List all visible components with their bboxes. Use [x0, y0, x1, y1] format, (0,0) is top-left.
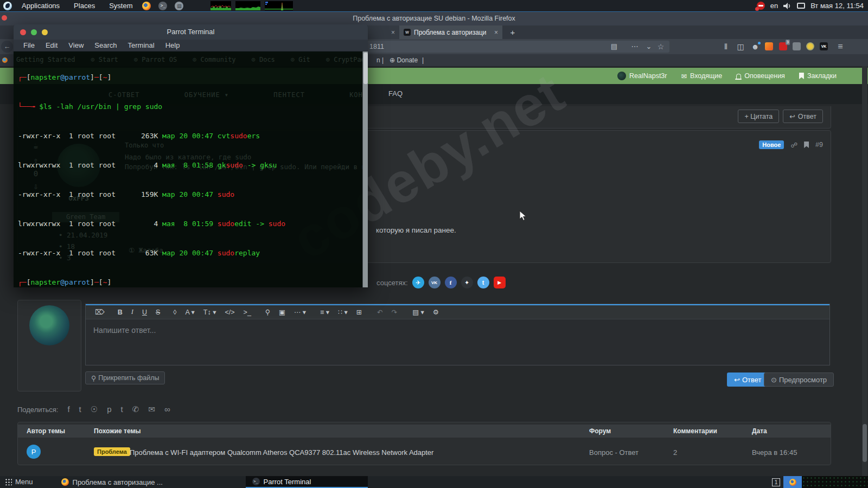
- share-whatsapp-icon[interactable]: ✆: [132, 404, 139, 414]
- active-tab[interactable]: w Проблема с авторизаци ×: [399, 25, 502, 39]
- terminal-scrollbar-thumb[interactable]: [363, 53, 368, 84]
- undo-icon[interactable]: ↶: [373, 308, 386, 316]
- terminal-menu-file[interactable]: File: [18, 41, 40, 49]
- menu-applications[interactable]: Applications: [20, 2, 62, 10]
- volume-icon[interactable]: [783, 2, 792, 10]
- italic-icon[interactable]: I: [127, 308, 137, 316]
- underline-icon[interactable]: U: [138, 309, 151, 316]
- more-options-icon[interactable]: ⋯ ▾: [290, 308, 310, 316]
- terminal-scrollbar[interactable]: [362, 52, 368, 287]
- bookmarks-link[interactable]: Закладки: [799, 72, 837, 80]
- workspace-switcher[interactable]: 1: [772, 478, 780, 486]
- alerts-link[interactable]: Оповещения: [736, 72, 785, 80]
- updates-icon[interactable]: [757, 2, 765, 10]
- nav-faq[interactable]: FAQ: [388, 89, 403, 98]
- terminal-body[interactable]: Getting Started ⊙ Start ⊙ Parrot OS ⊙ Co…: [14, 52, 368, 287]
- terminal-minimize-button[interactable]: [42, 29, 48, 35]
- share-post-icon[interactable]: ☍: [790, 141, 797, 149]
- vk-icon[interactable]: VK: [429, 277, 441, 288]
- code-icon[interactable]: </>: [221, 309, 239, 316]
- remove-format-icon[interactable]: ⌦: [91, 308, 108, 316]
- terminal-menu-terminal[interactable]: Terminal: [123, 41, 160, 49]
- table-row[interactable]: P Проблема Проблема с WI-FI адаптером Qu…: [18, 438, 831, 465]
- link-icon[interactable]: ⚲: [261, 308, 274, 316]
- bookmark-star-icon[interactable]: ☆: [655, 41, 666, 53]
- strikethrough-icon[interactable]: S: [152, 309, 164, 316]
- row-forum[interactable]: Вопрос - Ответ: [589, 448, 639, 457]
- redo-icon[interactable]: ↷: [388, 308, 401, 316]
- keyboard-layout[interactable]: en: [770, 2, 778, 10]
- share-facebook-icon[interactable]: f: [67, 404, 69, 414]
- settings-icon[interactable]: ⚙: [429, 308, 443, 316]
- share-pinterest-icon[interactable]: p: [107, 404, 111, 414]
- window-preview-firefox[interactable]: [783, 476, 802, 488]
- font-family-icon[interactable]: A ▾: [181, 308, 198, 316]
- image-icon[interactable]: ▣: [275, 308, 289, 316]
- reply-button[interactable]: ↩ Ответ: [783, 110, 823, 123]
- facebook-icon[interactable]: f: [445, 277, 457, 288]
- share-twitter-icon[interactable]: t: [79, 404, 81, 414]
- submit-reply-button[interactable]: ↩ Ответ: [727, 373, 769, 387]
- extension-grey-icon[interactable]: [793, 42, 801, 50]
- vk-extension-icon[interactable]: VK: [820, 42, 828, 50]
- post-number[interactable]: #9: [815, 141, 823, 149]
- hamburger-menu-icon[interactable]: ≡: [834, 41, 846, 53]
- taskbar-menu[interactable]: Menu: [15, 476, 33, 488]
- inline-code-icon[interactable]: >_: [240, 309, 255, 316]
- reply-textarea[interactable]: Напишите ответ...: [86, 319, 829, 364]
- background-tab[interactable]: ×: [368, 25, 399, 39]
- app-grid-icon[interactable]: [5, 478, 12, 485]
- user-menu[interactable]: RealNapst3r: [617, 72, 667, 80]
- drafts-icon[interactable]: ▤ ▾: [409, 308, 428, 316]
- menu-places[interactable]: Places: [72, 2, 97, 10]
- terminal-menu-help[interactable]: Help: [160, 41, 186, 49]
- clock[interactable]: Вт мая 12, 11:54: [810, 2, 864, 10]
- terminal-menu-search[interactable]: Search: [89, 41, 122, 49]
- window-close-button[interactable]: [2, 15, 7, 21]
- extension-icon[interactable]: [765, 42, 773, 50]
- menu-system[interactable]: System: [107, 2, 135, 10]
- taskbar-item-firefox[interactable]: Проблема с авторизацие ...: [55, 476, 246, 488]
- text-color-icon[interactable]: ◊: [169, 309, 180, 316]
- table-icon[interactable]: ⊞: [353, 308, 366, 316]
- share-reddit-icon[interactable]: ☉: [91, 404, 98, 414]
- quote-button[interactable]: + Цитата: [738, 110, 779, 123]
- account-icon[interactable]: ☻: [749, 41, 761, 53]
- url-bar[interactable]: 1811 ▤ ⋯ ⌄ ☆: [360, 41, 669, 53]
- terminal-menu-view[interactable]: View: [63, 41, 89, 49]
- twitter-icon[interactable]: t: [477, 277, 489, 288]
- font-size-icon[interactable]: T↕ ▾: [200, 308, 220, 316]
- page-scrollbar-thumb[interactable]: [863, 424, 867, 462]
- share-link-icon[interactable]: ∞: [164, 404, 170, 414]
- align-icon[interactable]: ≡ ▾: [316, 308, 333, 316]
- tab-close-icon[interactable]: ×: [391, 29, 395, 36]
- page-scrollbar[interactable]: [862, 66, 867, 476]
- telegram-icon[interactable]: ✈: [412, 277, 424, 288]
- thread-title[interactable]: Проблема с WI-FI адаптером Qualcomm Athe…: [130, 448, 433, 457]
- bookmark-donate[interactable]: ⊕ Donate: [390, 54, 418, 66]
- taskbar-item-terminal[interactable]: >_ Parrot Terminal: [246, 476, 368, 488]
- bookmark-post-icon[interactable]: [804, 142, 809, 148]
- terminal-maximize-button[interactable]: [31, 29, 37, 35]
- sidebars-icon[interactable]: ◫: [735, 41, 746, 53]
- system-monitor-graphs[interactable]: [210, 1, 293, 10]
- library-icon[interactable]: ⫴: [720, 41, 732, 53]
- extension-round-icon[interactable]: [806, 42, 814, 50]
- list-icon[interactable]: ∷ ▾: [334, 308, 352, 316]
- user-avatar[interactable]: [29, 305, 69, 345]
- share-email-icon[interactable]: ✉: [148, 404, 155, 414]
- firefox-launcher-icon[interactable]: [142, 2, 151, 10]
- zen-icon[interactable]: ✦: [461, 277, 473, 288]
- inbox-link[interactable]: ✉ Входящие: [681, 72, 722, 80]
- attach-files-button[interactable]: ⚲ Прикрепить файлы: [85, 371, 165, 384]
- files-launcher-icon[interactable]: ▤: [175, 2, 183, 10]
- tab-close-icon[interactable]: ×: [494, 29, 498, 36]
- share-tumblr-icon[interactable]: t: [121, 404, 123, 414]
- terminal-close-button[interactable]: [20, 29, 26, 35]
- parrot-logo-icon[interactable]: [3, 2, 12, 10]
- reader-mode-icon[interactable]: ▤: [609, 41, 620, 53]
- bold-icon[interactable]: B: [114, 309, 126, 316]
- pocket-icon[interactable]: ⌄: [643, 41, 654, 53]
- back-button[interactable]: ←: [1, 41, 13, 53]
- page-actions-icon[interactable]: ⋯: [629, 41, 640, 53]
